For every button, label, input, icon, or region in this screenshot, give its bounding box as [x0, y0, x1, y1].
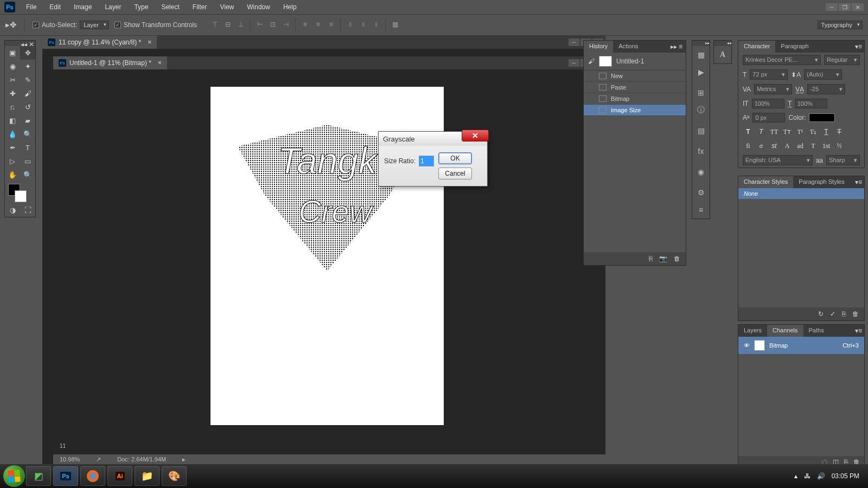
toolbox-collapse[interactable]: ◂◂ ✕ [5, 41, 35, 46]
halfwidth-button[interactable]: ½ [834, 141, 845, 151]
leading-select[interactable]: (Auto)▾ [804, 69, 842, 80]
tab-character[interactable]: Character [738, 41, 775, 53]
stylistic-button[interactable]: st [769, 141, 780, 151]
inner-doc-minimize[interactable]: ─ [569, 59, 579, 67]
iconbar-collapse[interactable]: ▸▸ [692, 41, 710, 46]
align-bottom-icon[interactable]: ⊥ [235, 18, 247, 30]
menu-select[interactable]: Select [156, 1, 184, 13]
screenmode-tool[interactable]: ⛶ [20, 203, 35, 217]
auto-align-icon[interactable]: ▦ [389, 18, 401, 30]
distribute-right-icon[interactable]: ⫴ [370, 18, 382, 30]
background-color[interactable] [15, 190, 27, 202]
workspace-selector[interactable]: Typography [818, 21, 863, 29]
font-style-select[interactable]: Regular▾ [824, 55, 860, 65]
share-icon[interactable]: ↗ [96, 456, 101, 463]
bold-button[interactable]: T [743, 127, 754, 137]
tab-actions[interactable]: Actions [613, 41, 643, 53]
visibility-icon[interactable]: 👁 [744, 342, 750, 349]
info-arrow-icon[interactable]: ▸ [182, 456, 186, 463]
cancel-button[interactable]: Cancel [438, 168, 472, 179]
cloud-panel-icon[interactable]: ◉ [692, 163, 710, 181]
dodge-tool[interactable]: 🔍 [20, 127, 35, 141]
menu-layer[interactable]: Layer [99, 1, 126, 13]
font-size-select[interactable]: 72 px▾ [750, 69, 788, 80]
type-tool[interactable]: T [20, 141, 35, 155]
panel-collapse-icon[interactable]: ▸▸ ≡ [667, 41, 686, 53]
cstyles-menu-icon[interactable]: ▾≡ [853, 176, 864, 188]
hscale-input[interactable]: 100% [795, 99, 827, 108]
dialog-close-button[interactable]: ✕ [462, 130, 489, 142]
layers-menu-icon[interactable]: ▾≡ [853, 325, 864, 337]
channel-bitmap[interactable]: 👁 Bitmap Ctrl+3 [738, 337, 864, 354]
dialog-titlebar[interactable]: Grayscale ✕ [379, 132, 487, 146]
show-transform-checkbox[interactable]: ✓ [114, 22, 121, 28]
healing-brush-tool[interactable]: ✚ [5, 87, 20, 100]
iconbar2-collapse[interactable]: ◂◂ [714, 41, 731, 46]
lasso-tool[interactable]: ◉ [5, 60, 20, 73]
sync-icon[interactable]: ↻ [818, 310, 824, 318]
align-vcenter-icon[interactable]: ⊟ [222, 18, 234, 30]
window-restore[interactable]: ❐ [839, 3, 851, 11]
font-family-select[interactable]: Krinkes Decor PE...▾ [743, 55, 821, 65]
zoom-tool[interactable]: 🔍 [20, 168, 35, 182]
baseline-input[interactable]: 0 px [752, 113, 785, 123]
doc-minimize[interactable]: ─ [569, 38, 579, 46]
start-button[interactable] [3, 465, 25, 487]
tray-arrow-icon[interactable]: ▴ [794, 472, 797, 480]
adjust-panel-icon[interactable]: ⚙ [692, 184, 710, 201]
character-panel-icon[interactable]: A [714, 46, 731, 63]
contextual-button[interactable]: σ [756, 141, 767, 151]
snapshot-icon[interactable]: 📷 [659, 255, 667, 262]
tab-history[interactable]: History [584, 41, 613, 53]
window-minimize[interactable]: ─ [826, 3, 838, 11]
tray-clock[interactable]: 03:05 PM [832, 472, 859, 480]
distribute-top-icon[interactable]: ≡ [299, 18, 311, 30]
history-item-imagesize[interactable]: Image Size [584, 105, 686, 116]
taskbar-explorer[interactable]: 📁 [135, 466, 159, 486]
tab-paths[interactable]: Paths [803, 325, 829, 337]
properties-panel-icon[interactable]: ≡ [692, 201, 710, 219]
tab-layers[interactable]: Layers [738, 325, 767, 337]
pen-tool[interactable]: ✒ [5, 141, 20, 155]
grid-panel-icon[interactable]: ▤ [692, 122, 710, 139]
tray-volume-icon[interactable]: 🔊 [817, 472, 825, 480]
menu-window[interactable]: Window [241, 1, 276, 13]
path-selection-tool[interactable]: ▷ [5, 155, 20, 168]
strikethrough-button[interactable]: T [834, 127, 845, 137]
swatches-panel-icon[interactable]: ⊞ [692, 84, 710, 101]
marquee-tool[interactable]: ▣ [5, 46, 20, 60]
delete-style-icon[interactable]: 🗑 [852, 310, 859, 318]
tab-close-icon[interactable]: × [158, 59, 162, 67]
history-item-bitmap[interactable]: Bitmap [584, 93, 686, 105]
taskbar-paint[interactable]: 🎨 [162, 466, 187, 486]
ligatures-button[interactable]: fi [743, 141, 754, 151]
ordinals-button[interactable]: T [808, 141, 819, 151]
history-item-paste[interactable]: Paste [584, 82, 686, 93]
new-doc-icon[interactable]: ⎘ [649, 255, 653, 262]
subscript-button[interactable]: T₁ [808, 127, 819, 137]
info-panel-icon[interactable]: ⓘ [692, 101, 710, 119]
italic-button[interactable]: T [756, 127, 767, 137]
fx-panel-icon[interactable]: fx [692, 143, 710, 160]
tracking-select[interactable]: -25▾ [807, 84, 845, 94]
move-tool[interactable]: ✥ [20, 46, 35, 60]
antialias-select[interactable]: Sharp▾ [826, 155, 860, 165]
menu-image[interactable]: Image [68, 1, 97, 13]
brushes-panel-icon[interactable]: ▦ [692, 46, 710, 63]
history-brush-icon[interactable]: 🖌 [588, 57, 595, 65]
align-hcenter-icon[interactable]: ⊡ [267, 18, 279, 30]
titling-button[interactable]: ad [795, 141, 806, 151]
ok-button[interactable]: OK [438, 152, 472, 164]
kerning-select[interactable]: Metrics▾ [754, 84, 792, 94]
panel-menu-icon[interactable]: ▾≡ [853, 41, 864, 53]
menu-view[interactable]: View [214, 1, 239, 13]
tray-network-icon[interactable]: 🖧 [804, 472, 810, 480]
doc-tab-2[interactable]: PsUntitled-1 @ 11% (Bitmap) *× [53, 56, 167, 69]
fractions-button[interactable]: 1st [821, 141, 832, 151]
distribute-vcenter-icon[interactable]: ≡ [312, 18, 324, 30]
window-close[interactable]: ✕ [852, 3, 864, 11]
menu-filter[interactable]: Filter [187, 1, 213, 13]
taskbar-app-1[interactable]: ◩ [26, 466, 51, 486]
gradient-tool[interactable]: ▰ [20, 114, 35, 127]
zoom-level[interactable]: 10.98% [60, 456, 80, 463]
